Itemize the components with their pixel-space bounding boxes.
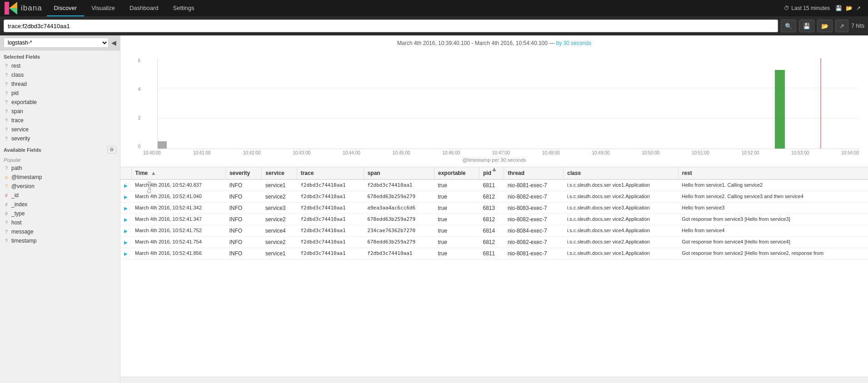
sidebar: logstash-* ◀ Selected Fields ? rest ? cl… [0,35,120,383]
x-label-4: 10:44:00 [343,150,360,155]
field-label-severity: severity [11,135,30,142]
field-type-icon-severity: ? [4,136,9,141]
kibana-logo: ibana [0,0,47,16]
hits-badge: 7 hits [851,23,864,29]
top-nav: ibana Discover Visualize Dashboard Setti… [0,0,868,16]
cell-thread: nio-8082-exec-7 [504,214,564,225]
share-search-button[interactable]: ↗ [835,20,848,32]
cell-thread: nio-8084-exec-7 [504,225,564,237]
selected-field-pid[interactable]: ? pid [0,89,120,98]
search-bar: 🔍 💾 📂 ↗ 7 hits [0,16,868,35]
row-expand-button[interactable]: ▶ [124,183,128,188]
cell-rest: Hello from service2. Calling service3 an… [678,191,868,203]
x-label-1: 10:41:00 [193,150,211,155]
selected-field-exportable[interactable]: ? exportable [0,98,120,107]
popular-field-timestamp[interactable]: ⊙ @timestamp [0,173,120,182]
field-type-icon-thread: ? [4,81,9,87]
field-label-path: path [11,165,22,171]
chart-interval-link[interactable]: by 30 seconds [556,40,591,46]
nav-settings[interactable]: Settings [166,0,202,16]
index-pattern-select[interactable]: logstash-* [4,38,109,48]
cell-service: service1 [262,248,297,259]
selected-field-span[interactable]: ? span [0,107,120,116]
horizontal-scrollbar[interactable] [120,377,868,383]
cell-span: f2dbd3c74410aa1 [364,179,434,191]
cell-service: service2 [262,237,297,248]
svg-marker-1 [9,2,17,8]
cell-pid: 6814 [479,225,504,237]
cell-time: March 4th 2016, 10:52:41.754 [131,237,225,248]
field-type-icon-index: # [4,202,9,207]
y-label-4: 4 [138,87,140,92]
cell-severity: INFO [225,214,261,225]
load-icon[interactable]: 📂 [846,5,853,11]
field-type-icon-span: ? [4,109,9,114]
table-row: ▶ March 4th 2016, 10:52:41.040 INFO serv… [120,191,868,203]
popular-field-message[interactable]: ? message [0,227,120,236]
nav-discover[interactable]: Discover [47,0,85,16]
cell-trace: f2dbd3c74410aa1 [297,179,364,191]
x-label-0: 10:40:00 [143,150,161,155]
field-label-ts: timestamp [11,238,36,244]
nav-dashboard[interactable]: Dashboard [122,0,166,16]
cell-service: service1 [262,179,297,191]
field-type-icon-host: ? [4,220,9,225]
popular-field-version[interactable]: ? @version [0,182,120,191]
field-label-exportable: exportable [11,99,37,105]
cell-time: March 4th 2016, 10:52:41.347 [131,214,225,225]
save-icon[interactable]: 💾 [835,5,842,11]
share-icon[interactable]: ↗ [856,5,861,11]
popular-field-host[interactable]: ? host [0,218,120,227]
selected-field-severity[interactable]: ? severity [0,134,120,143]
table-row: ▶ March 4th 2016, 10:52:41.856 INFO serv… [120,248,868,259]
x-label-14: 10:54:00 [841,150,859,155]
popular-field-id[interactable]: # _id [0,191,120,200]
selected-field-class[interactable]: ? class [0,70,120,80]
popular-field-index[interactable]: # _index [0,200,120,209]
search-input[interactable] [4,20,778,32]
row-expand-button[interactable]: ▶ [124,217,128,222]
selected-field-thread[interactable]: ? thread [0,80,120,89]
cell-class: i.s.c.sleuth.docs.ser vice2.Application [564,237,678,248]
save-search-button[interactable]: 💾 [799,20,814,32]
cell-pid: 6812 [479,191,504,203]
popular-field-type[interactable]: # _type [0,209,120,218]
cell-pid: 6811 [479,179,504,191]
cell-severity: INFO [225,237,261,248]
x-label-8: 10:48:00 [542,150,560,155]
chart-container: 6 4 2 0 Count [130,49,859,149]
popular-field-path[interactable]: ? path [0,164,120,173]
cell-span: 678edd63b259a279 [364,214,434,225]
row-expand-button[interactable]: ▶ [124,240,128,245]
selected-fields-list: ? rest ? class ? thread ? pid ? exportab… [0,61,120,143]
cell-trace: f2dbd3c74410aa1 [297,225,364,237]
selected-field-trace[interactable]: ? trace [0,116,120,125]
main-layout: logstash-* ◀ Selected Fields ? rest ? cl… [0,35,868,383]
popular-field-ts[interactable]: ? timestamp [0,236,120,245]
chart-footer: @timestamp per 30 seconds [130,155,859,164]
row-expand-button[interactable]: ▶ [124,206,128,211]
cell-class: i.s.c.sleuth.docs.ser vice3.Application [564,203,678,214]
cell-service: service2 [262,214,297,225]
sidebar-toggle-button[interactable]: ◀ [111,39,116,46]
available-fields-gear-button[interactable]: ⚙ [107,146,116,154]
load-search-button[interactable]: 📂 [817,20,833,32]
cell-trace: f2dbd3c74410aa1 [297,191,364,203]
search-button[interactable]: 🔍 [781,20,796,32]
field-type-icon-ts: ? [4,238,9,244]
selected-field-rest[interactable]: ? rest [0,61,120,70]
field-label-version: @version [11,183,35,189]
cell-service: service4 [262,225,297,237]
row-expand-button[interactable]: ▶ [124,229,128,234]
cell-trace: f2dbd3c74410aa1 [297,248,364,259]
chart-collapse-button[interactable]: ▲ [130,164,859,174]
field-label-trace: trace [11,117,24,124]
selected-field-service[interactable]: ? service [0,125,120,134]
popular-fields-list: ? path ⊙ @timestamp ? @version # _id # _… [0,164,120,245]
cell-exportable: true [434,237,479,248]
row-expand-button[interactable]: ▶ [124,251,128,256]
nav-visualize[interactable]: Visualize [84,0,122,16]
field-label-host: host [11,219,22,226]
chart-red-line [820,58,821,149]
row-expand-button[interactable]: ▶ [124,194,128,199]
